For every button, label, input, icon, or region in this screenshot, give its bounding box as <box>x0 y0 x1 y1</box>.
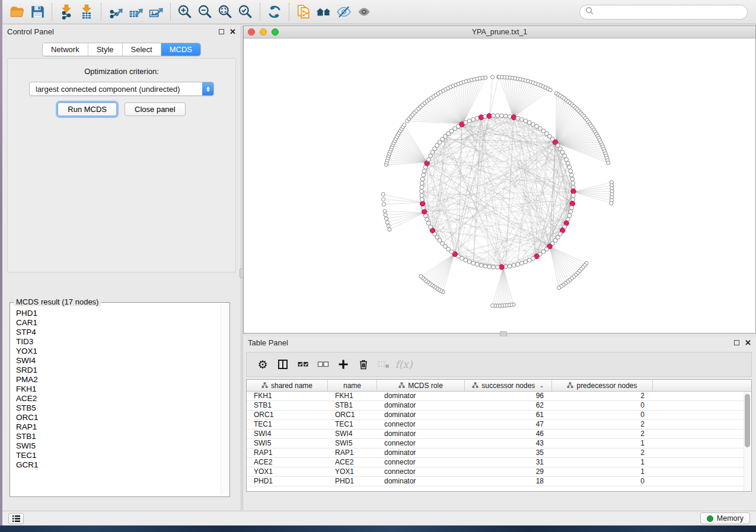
leaf-node[interactable] <box>382 203 385 206</box>
dominator-node[interactable] <box>570 201 575 206</box>
network-window-titlebar[interactable]: YPA_prune.txt_1 <box>244 26 755 39</box>
network-node[interactable] <box>471 117 476 121</box>
mcds-result-node[interactable]: STB5 <box>16 403 215 413</box>
show-all-icon[interactable] <box>354 2 374 21</box>
table-row[interactable]: FKH1FKH1dominator962 <box>247 392 751 401</box>
run-mcds-button[interactable]: Run MCDS <box>58 102 117 116</box>
create-column-button[interactable] <box>334 355 352 373</box>
export-network-icon[interactable] <box>106 2 126 21</box>
network-node[interactable] <box>420 197 424 201</box>
dominator-node[interactable] <box>487 114 492 118</box>
mcds-result-node[interactable]: ORC1 <box>16 413 215 422</box>
table-row[interactable]: RAP1RAP1dominator352 <box>247 448 751 458</box>
network-node[interactable] <box>564 158 569 162</box>
network-node[interactable] <box>420 190 424 194</box>
network-node[interactable] <box>492 114 496 118</box>
dominator-node[interactable] <box>499 265 504 270</box>
dominator-node[interactable] <box>571 189 576 194</box>
mcds-result-node[interactable]: FKH1 <box>16 384 215 394</box>
leaf-node[interactable] <box>490 304 494 307</box>
zoom-fit-icon[interactable] <box>215 2 235 21</box>
table-row[interactable]: SWI5SWI5connector431 <box>247 439 751 448</box>
table-row[interactable]: SWI4SWI4dominator462 <box>247 430 751 439</box>
network-node[interactable] <box>467 119 471 123</box>
hide-selected-icon[interactable] <box>334 2 354 21</box>
dominator-node[interactable] <box>422 209 426 214</box>
network-node[interactable] <box>487 265 492 269</box>
mcds-result-node[interactable]: GCR1 <box>16 460 215 470</box>
network-node[interactable] <box>479 264 483 268</box>
mcds-result-node[interactable]: YOX1 <box>16 347 215 356</box>
leaf-node[interactable] <box>388 227 391 231</box>
zoom-in-icon[interactable] <box>175 2 195 21</box>
network-node[interactable] <box>570 173 574 177</box>
mcds-result-node[interactable]: STB1 <box>16 432 215 441</box>
column-header-MCDS-role[interactable]: MCDS role <box>377 380 465 391</box>
refresh-network-icon[interactable] <box>264 2 285 21</box>
network-node[interactable] <box>519 261 524 265</box>
network-node[interactable] <box>420 181 424 185</box>
window-minimize-icon[interactable] <box>260 28 267 36</box>
network-node[interactable] <box>471 261 476 265</box>
leaf-node[interactable] <box>387 224 390 227</box>
export-table-icon[interactable] <box>126 2 146 21</box>
zoom-selected-icon[interactable] <box>235 2 256 21</box>
network-node[interactable] <box>512 264 516 268</box>
mcds-result-node[interactable]: SRD1 <box>16 366 215 375</box>
save-session-icon[interactable] <box>27 2 47 21</box>
network-node[interactable] <box>569 210 573 214</box>
dominator-node[interactable] <box>511 115 516 120</box>
network-node[interactable] <box>420 185 424 190</box>
leaf-node[interactable] <box>548 88 552 92</box>
network-node[interactable] <box>483 264 487 268</box>
table-row[interactable]: ORC1ORC1dominator610 <box>247 411 751 420</box>
select-all-columns-button[interactable] <box>294 355 312 373</box>
network-node[interactable] <box>467 260 471 264</box>
table-scrollbar[interactable] <box>744 392 751 491</box>
leaf-node[interactable] <box>607 161 610 165</box>
open-session-icon[interactable] <box>7 2 27 21</box>
leaf-node[interactable] <box>403 123 406 127</box>
mcds-result-node[interactable]: CAR1 <box>16 318 215 328</box>
network-node[interactable] <box>422 173 426 177</box>
table-row[interactable]: STB1STB1dominator620 <box>247 401 751 411</box>
tab-style[interactable]: Style <box>88 43 123 56</box>
network-node[interactable] <box>508 264 512 268</box>
network-node[interactable] <box>570 206 574 210</box>
network-node[interactable] <box>492 265 496 269</box>
column-header-predecessor-nodes[interactable]: predecessor nodes <box>552 380 653 391</box>
tab-select[interactable]: Select <box>123 43 161 56</box>
column-header-shared-name[interactable]: shared name <box>247 380 328 391</box>
network-node[interactable] <box>566 161 570 165</box>
mcds-result-scrollbar[interactable] <box>221 304 228 495</box>
mcds-result-node[interactable]: PMA2 <box>16 375 215 384</box>
memory-button[interactable]: Memory <box>700 512 750 524</box>
mcds-result-node[interactable]: TEC1 <box>16 451 215 460</box>
mcds-result-node[interactable]: SWI5 <box>16 441 215 451</box>
clone-network-icon[interactable] <box>294 2 314 21</box>
unselect-all-columns-button[interactable] <box>314 355 332 373</box>
leaf-node[interactable] <box>484 76 487 79</box>
network-node[interactable] <box>475 262 479 267</box>
network-node[interactable] <box>571 194 575 198</box>
network-node[interactable] <box>567 213 572 217</box>
delete-columns-button[interactable] <box>355 355 372 373</box>
network-node[interactable] <box>420 177 425 181</box>
network-node[interactable] <box>426 221 430 225</box>
network-node[interactable] <box>527 258 531 262</box>
table-row[interactable]: PHD1PHD1dominator180 <box>247 477 751 486</box>
network-node[interactable] <box>569 169 573 173</box>
mcds-result-node[interactable]: PHD1 <box>16 309 215 318</box>
network-node[interactable] <box>422 169 426 173</box>
leaf-node[interactable] <box>384 217 388 220</box>
control-panel-float-icon[interactable] <box>219 29 224 34</box>
network-node[interactable] <box>519 117 524 121</box>
dominator-node[interactable] <box>420 201 425 206</box>
mcds-result-node[interactable]: ACE2 <box>16 394 215 403</box>
task-history-button[interactable] <box>8 513 24 524</box>
leaf-node[interactable] <box>381 197 385 201</box>
leaf-node[interactable] <box>557 286 561 290</box>
mcds-result-list[interactable]: PHD1CAR1STP4TID3YOX1SWI4SRD1PMA2FKH1ACE2… <box>11 304 220 495</box>
leaf-node[interactable] <box>490 75 494 79</box>
leaf-node[interactable] <box>419 274 423 278</box>
